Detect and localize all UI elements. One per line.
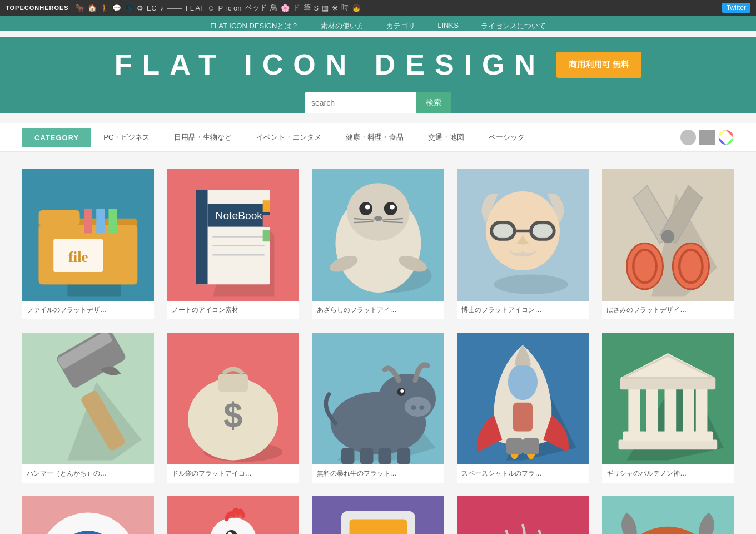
search-row: 検索 [0,92,756,113]
icon-label-0: ファイルのフラットデザ… [22,301,154,319]
icon-card-8[interactable]: スペースシャトルのフラ… [457,333,589,483]
nav-link-4[interactable]: ライセンスについて [481,21,546,31]
twitter-button[interactable]: Twitter [722,3,750,13]
topbar-icon-22: 時 [341,3,349,13]
icon-img-10 [22,496,154,534]
icon-img-1: NoteBook [167,169,299,301]
topbar: TOPECONHEROES 🐂 🏠 🚶 💬 🌑 ⚙ EC ♪ ─── FL AT… [0,0,756,16]
icon-card-9[interactable]: ギリシャのパルテノン神… [602,333,734,483]
svg-point-62 [419,405,424,410]
svg-rect-21 [262,230,270,242]
svg-rect-13 [196,190,208,284]
icon-img-3 [457,169,589,301]
search-input[interactable] [305,92,416,113]
topbar-icon-5: 🌑 [125,4,133,12]
category-item-5[interactable]: ベーシック [476,127,537,148]
topbar-icon-21: ※ [332,4,338,12]
topbar-icon-6: ⚙ [137,4,143,12]
icon-grid: file ファイルのフラットデザ… NoteBook [22,169,734,534]
category-item-1[interactable]: 日用品・生物など [162,127,244,148]
svg-point-27 [365,205,370,210]
icon-label-4: はさみのフラットデザイ… [602,301,734,319]
icon-card-0[interactable]: file ファイルのフラットデザ… [22,169,154,319]
svg-point-42 [533,224,553,239]
icon-card-1[interactable]: NoteBook ノートのアイコン素材 [167,169,299,319]
svg-rect-4 [39,210,80,225]
site-name[interactable]: TOPECONHEROES [6,4,69,11]
hero: FLAT ICON DESIGN 商用利用可 無料 検索 [0,37,756,113]
icon-card-11[interactable]: にわとりのフラットアイ… [167,496,299,534]
icon-card-6[interactable]: $ ドル袋のフラットアイコ… [167,333,299,483]
icon-card-7[interactable]: 無料の暴れ牛のフラット… [312,333,444,483]
svg-rect-82 [620,378,716,389]
cta-button[interactable]: 商用利用可 無料 [556,52,641,78]
svg-rect-101 [349,519,407,534]
topbar-icon-23: 👧 [352,4,361,12]
icon-card-14[interactable]: バッファローのフラット… [602,496,734,534]
icon-card-13[interactable]: コーヒーカップのフラッ… [457,496,589,534]
svg-rect-65 [341,448,354,464]
color-filters [680,130,734,145]
category-item-3[interactable]: 健康・料理・食品 [334,127,416,148]
nav-link-1[interactable]: 素材の使い方 [321,21,364,31]
topbar-icon-20: ▦ [322,4,329,12]
svg-rect-79 [665,386,677,434]
category-item-4[interactable]: 交通・地図 [416,127,476,148]
color-wheel-icon[interactable] [718,130,734,145]
svg-rect-72 [523,438,540,454]
icon-img-14 [602,496,734,534]
color-filter-gray[interactable] [680,130,696,145]
svg-point-59 [378,374,436,423]
svg-point-36 [494,274,568,294]
nav-link-2[interactable]: カテゴリ [386,21,415,31]
category-bar: CATEGORY PC・ビジネス 日用品・生物など イベント・エンタメ 健康・料… [0,123,756,152]
svg-text:file: file [68,249,88,265]
color-filter-square[interactable] [699,130,715,145]
svg-rect-67 [378,448,391,464]
svg-rect-6 [84,209,92,233]
nav: FLAT ICON DESIGNとは？ 素材の使い方 カテゴリ LINKS ライ… [0,16,756,31]
nav-links: FLAT ICON DESIGNとは？ 素材の使い方 カテゴリ LINKS ライ… [0,21,756,31]
category-active[interactable]: CATEGORY [22,128,91,147]
svg-rect-81 [696,386,708,434]
icon-card-3[interactable]: 博士のフラットアイコン… [457,169,589,319]
icon-card-4[interactable]: はさみのフラットデザイ… [602,169,734,319]
search-button[interactable]: 検索 [416,92,451,113]
icon-label-1: ノートのアイコン素材 [167,301,299,319]
svg-text:NoteBook: NoteBook [215,210,262,221]
hero-title: FLAT ICON DESIGN [115,48,545,81]
topbar-icon-4: 💬 [112,4,121,12]
topbar-icon-13: ic on [226,4,241,12]
category-item-0[interactable]: PC・ビジネス [91,127,162,148]
topbar-icon-9: ─── [167,4,182,12]
nav-link-3[interactable]: LINKS [437,21,459,31]
svg-rect-71 [506,438,523,454]
icon-img-13 [457,496,589,534]
icon-img-11 [167,496,299,534]
svg-text:$: $ [223,396,243,434]
icon-card-12[interactable]: + − × ÷ 計算機のフラットアイコ… [312,496,444,534]
icon-label-7: 無料の暴れ牛のフラット… [312,464,444,483]
topbar-icon-10: FL AT [186,4,204,12]
category-item-2[interactable]: イベント・エンタメ [244,127,334,148]
icon-card-2[interactable]: あざらしのフラットアイ… [312,169,444,319]
topbar-icon-18: 筆 [304,3,311,13]
svg-rect-55 [218,374,248,392]
svg-point-1 [723,135,729,140]
topbar-icon-1: 🐂 [76,4,84,12]
svg-line-31 [354,222,374,222]
icon-card-10[interactable]: 目玉のアイコン素材 [22,496,154,534]
topbar-icon-14: ベッド [245,3,267,13]
topbar-icon-3: 🚶 [100,4,109,12]
topbar-icon-19: S [314,4,319,12]
icon-label-3: 博士のフラットアイコン… [457,301,589,319]
nav-link-0[interactable]: FLAT ICON DESIGNとは？ [210,21,299,31]
icon-img-8 [457,333,589,464]
svg-rect-68 [397,448,410,464]
icon-card-5[interactable]: ハンマー（とんかち）の… [22,333,154,483]
svg-rect-77 [629,386,640,434]
icon-img-7 [312,333,444,464]
topbar-icon-8: ♪ [160,4,164,12]
topbar-icon-7: EC [147,4,157,12]
svg-rect-7 [96,209,105,233]
